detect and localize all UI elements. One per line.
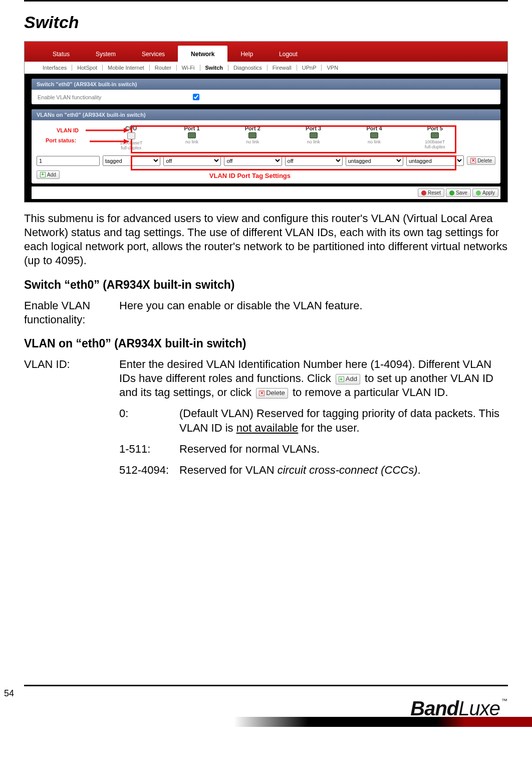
row1-key: 1-511: — [119, 442, 179, 456]
add-icon — [339, 376, 344, 382]
tab-help[interactable]: Help — [227, 46, 266, 62]
vlan-id-doc-body: Enter the desired VLAN Identification Nu… — [119, 357, 508, 477]
reset-icon — [421, 190, 426, 196]
intro-paragraph: This submenu is for advanced users to vi… — [24, 212, 508, 268]
page-footer: 54 BandLuxe™ — [0, 685, 532, 727]
subtab-firewall[interactable]: Firewall — [268, 65, 297, 71]
tab-system[interactable]: System — [83, 46, 129, 62]
page-heading: Switch — [24, 13, 508, 32]
panel-switch-eth0: Switch "eth0" (AR934X built-in switch) E… — [32, 79, 500, 104]
enable-vlan-doc-label: Enable VLAN functionality: — [24, 299, 119, 327]
row2-val: Reserved for VLAN circuit cross-connect … — [179, 463, 508, 477]
panel2-title: VLANs on "eth0" (AR934X built-in switch) — [32, 109, 500, 120]
sub-tab-bar: Interfaces HotSpot Mobile Internet Route… — [25, 62, 507, 74]
row0-key: 0: — [119, 407, 179, 435]
subtab-upnp[interactable]: UPnP — [297, 65, 322, 71]
apply-button[interactable]: Apply — [472, 188, 498, 197]
enable-vlan-doc-body: Here you can enable or disable the VLAN … — [119, 299, 508, 327]
annot-port-status: Port status: — [46, 137, 76, 143]
vlan-id-doc-label: VLAN ID: — [24, 357, 119, 477]
subtab-switch[interactable]: Switch — [200, 65, 228, 71]
add-icon — [40, 172, 46, 177]
row2-key: 512-4094: — [119, 463, 179, 477]
tab-status[interactable]: Status — [40, 46, 83, 62]
subtab-interfaces[interactable]: Interfaces — [38, 65, 72, 71]
cpu-icon — [127, 132, 135, 139]
section2-title: VLAN on “eth0” (AR934X built-in switch) — [24, 337, 508, 350]
subtab-diagnostics[interactable]: Diagnostics — [228, 65, 268, 71]
delete-icon — [470, 158, 476, 163]
enable-vlan-label: Enable VLAN functionality — [38, 94, 193, 100]
section1-title: Switch “eth0” (AR934X built-in switch) — [24, 278, 508, 292]
subtab-hotspot[interactable]: HotSpot — [72, 65, 103, 71]
tab-network[interactable]: Network — [178, 46, 227, 62]
panel-vlans-eth0: VLANs on "eth0" (AR934X built-in switch)… — [32, 109, 500, 183]
panel1-title: Switch "eth0" (AR934X built-in switch) — [32, 79, 500, 90]
subtab-mobile-internet[interactable]: Mobile Internet — [103, 65, 150, 71]
enable-vlan-checkbox[interactable] — [193, 94, 199, 100]
row1-val: Reserved for normal VLANs. — [179, 442, 508, 456]
delete-icon — [259, 391, 264, 396]
router-screenshot: Status System Services Network Help Logo… — [24, 41, 508, 203]
save-button[interactable]: Save — [446, 188, 471, 197]
subtab-wifi[interactable]: Wi-Fi — [177, 65, 200, 71]
subtab-router[interactable]: Router — [150, 65, 177, 71]
annot-vlan-id: VLAN ID — [57, 127, 79, 133]
main-tab-bar: Status System Services Network Help Logo… — [25, 42, 507, 62]
reset-button[interactable]: Reset — [418, 188, 444, 197]
tab-services[interactable]: Services — [129, 46, 178, 62]
inline-add-button: Add — [336, 374, 360, 384]
row0-val: (Default VLAN) Reserved for tagging prio… — [179, 407, 508, 435]
subtab-vpn[interactable]: VPN — [322, 65, 343, 71]
apply-icon — [476, 190, 481, 196]
vlan-caption: VLAN ID Port Tag Settings — [32, 172, 470, 179]
save-icon — [449, 190, 454, 196]
delete-button[interactable]: Delete — [467, 156, 495, 165]
tab-logout[interactable]: Logout — [266, 46, 311, 62]
svg-marker-3 — [124, 139, 129, 144]
inline-delete-button: Delete — [256, 388, 288, 399]
